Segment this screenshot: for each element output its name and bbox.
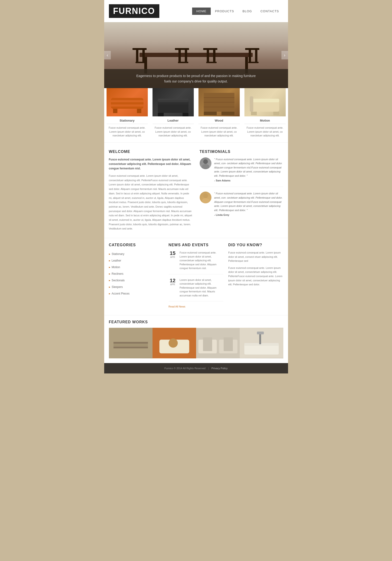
svg-rect-9 [185,50,187,62]
svg-rect-4 [136,50,138,62]
nav-blog[interactable]: BLOG [238,8,256,15]
svg-rect-29 [158,100,188,105]
category-sleepers[interactable]: Sleepers [109,284,164,290]
svg-rect-11 [203,48,217,50]
welcome-section: WELCOME Fusce euismod consequat ante. Lo… [109,150,193,231]
news-item-1: 15 APR Fusce euismod consequat ante. Lor… [169,251,223,274]
svg-rect-3 [132,48,147,50]
svg-rect-21 [137,109,141,113]
news-title: NEWS AND EVENTS [169,243,223,247]
svg-rect-37 [251,99,279,102]
nav-products[interactable]: PRODUCTS [211,8,238,15]
product-thumb-leather [152,88,194,116]
nav-contacts[interactable]: CONTACTS [256,8,283,15]
avatar-1 [200,157,211,169]
main-nav: HOME PRODUCTS BLOG CONTACTS [192,8,283,15]
did-you-know-p1: Fusce euismod consequat ante. Lorem ipsu… [228,251,283,263]
svg-point-44 [202,198,209,203]
featured-thumb-3[interactable] [196,328,240,358]
svg-rect-39 [273,112,279,115]
avatar-2 [200,192,211,203]
testimonials-section: TESTIMONIALS " Fusce euismod consequat a… [200,150,283,231]
categories-section: CATEGORIES Stationary Leather Motion Rec… [109,243,164,308]
category-stationary[interactable]: Stationary [109,251,164,257]
svg-rect-22 [111,100,143,102]
hero-caption-line2: fuels our company's drive for quality ou… [109,79,283,84]
category-sectionals[interactable]: Sectionals [109,277,164,284]
product-title-leather: Leather [152,119,194,124]
product-card-leather[interactable]: Leather Fusce euismod consequat ante. Lo… [150,88,196,142]
svg-rect-24 [111,104,143,107]
category-list: Stationary Leather Motion Recliners Sect… [109,251,164,297]
svg-rect-14 [206,62,217,63]
svg-rect-12 [207,50,209,62]
svg-point-42 [202,164,209,169]
product-card-motion[interactable]: Motion Fusce euismod consequat ante. Lor… [242,88,288,142]
testimonial-2-content: " Fusce euismod consequat ante. Lorem ip… [214,192,283,216]
footer-copyright: Furnico © 2014 All Rights Reserved [164,367,206,370]
news-section: NEWS AND EVENTS 15 APR Fusce euismod con… [169,243,223,308]
product-thumb-motion [244,88,286,116]
svg-rect-0 [140,53,253,57]
hero-prev-button[interactable]: ‹ [104,51,111,59]
welcome-lead: Fusce euismod consequat ante. Lorem ipsu… [109,157,193,171]
svg-rect-13 [213,50,216,62]
testimonial-2-text: " Fusce euismod consequat ante. Lorem ip… [214,192,283,212]
svg-rect-46 [113,342,148,344]
category-motion[interactable]: Motion [109,264,164,270]
svg-rect-8 [178,50,181,62]
hero-caption: Eagerness to produce products to be prou… [104,69,288,88]
did-you-know-section: DID YOU KNOW? Fusce euismod consequat an… [228,243,283,308]
categories-title: CATEGORIES [109,243,164,247]
news-day-2: 12 [169,278,177,283]
svg-rect-6 [136,62,146,63]
svg-rect-28 [183,113,188,116]
svg-rect-47 [113,344,148,346]
product-thumb-stationary [107,88,148,116]
product-thumb-wood [198,88,240,116]
product-title-wood: Wood [198,119,240,124]
nav-home[interactable]: HOME [192,8,211,15]
svg-rect-40 [250,96,253,112]
product-desc-leather: Fusce euismod consequat ante. Lorem ipsu… [152,126,194,138]
news-text-1: Fusce euismod consequat ante. Lorem ipsu… [180,251,223,270]
svg-rect-18 [248,62,259,63]
svg-rect-27 [158,113,163,116]
read-all-news-link[interactable]: Read All News [169,305,223,308]
welcome-title: WELCOME [109,150,193,154]
category-recliners[interactable]: Recliners [109,270,164,277]
svg-rect-20 [113,109,117,113]
svg-rect-16 [249,50,251,62]
product-card-stationary[interactable]: Stationary Fusce euismod consequat ante.… [104,88,150,142]
testimonial-2: " Fusce euismod consequat ante. Lorem ip… [200,192,283,221]
featured-thumb-1[interactable] [109,328,152,358]
featured-section: FEATURED WORKS [104,315,288,361]
news-text-2: Lorem ipsum dolor sit amet, consectetuer… [180,278,223,298]
hero-next-button[interactable]: › [282,51,288,59]
footer: Furnico © 2014 All Rights Reserved | Pri… [104,363,288,373]
svg-rect-61 [257,332,264,334]
testimonial-2-name: - Linda Grey [214,214,283,216]
featured-thumb-2[interactable] [152,328,196,358]
news-date-2: 12 APR [169,278,177,298]
category-accent[interactable]: Accent Pieces [109,290,164,297]
news-item-2: 12 APR Lorem ipsum dolor sit amet, conse… [169,278,223,302]
footer-divider: | [208,367,209,370]
news-month-2: APR [169,283,177,286]
product-grid: Stationary Fusce euismod consequat ante.… [104,88,288,142]
product-desc-wood: Fusce euismod consequat ante. Lorem ipsu… [198,126,240,138]
svg-rect-34 [204,112,217,115]
svg-rect-17 [255,50,257,62]
footer-privacy-link[interactable]: Privacy Policy [211,367,228,370]
svg-rect-10 [178,62,188,63]
hero-caption-line1: Eagerness to produce products to be prou… [109,73,283,78]
category-leather[interactable]: Leather [109,257,164,264]
svg-rect-55 [203,337,212,351]
featured-thumb-4[interactable] [240,328,283,358]
product-card-wood[interactable]: Wood Fusce euismod consequat ante. Lorem… [196,88,242,142]
svg-rect-5 [142,50,145,62]
product-desc-motion: Fusce euismod consequat ante. Lorem ipsu… [244,126,286,138]
testimonial-1-content: " Fusce euismod consequat ante. Lorem ip… [214,157,283,182]
featured-grid [109,328,283,358]
logo: FURNICO [109,4,159,18]
